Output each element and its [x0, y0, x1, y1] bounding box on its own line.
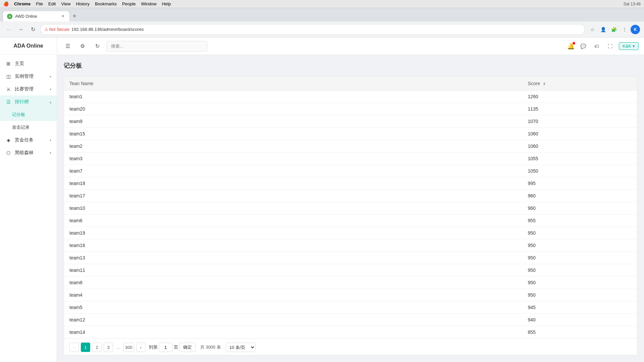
- notification-dot: [573, 42, 575, 45]
- table-row: team7 1050: [64, 165, 637, 177]
- profile-icon[interactable]: 👤: [598, 25, 608, 34]
- menu-bookmarks[interactable]: Bookmarks: [95, 1, 117, 6]
- sidebar-label-home: 主页: [15, 61, 24, 67]
- table-row: team14 855: [64, 326, 637, 339]
- page-button-1[interactable]: 1: [81, 343, 90, 352]
- sidebar-item-contest[interactable]: ⚔ 比赛管理 ▾: [0, 83, 57, 96]
- bounty-icon: ◈: [5, 137, 11, 143]
- cell-teamname: team10: [64, 202, 522, 215]
- chevron-down-icon-2: ▾: [50, 87, 51, 91]
- chevron-up-icon: ▴: [50, 100, 51, 104]
- forward-button[interactable]: →: [16, 25, 25, 34]
- chevron-down-icon-3: ▾: [50, 138, 51, 142]
- address-bar[interactable]: ⚠ Not Secure 192.168.86.136/admin#/board…: [40, 24, 585, 35]
- page-goto-input[interactable]: [159, 343, 172, 352]
- refresh-button[interactable]: ↻: [28, 25, 38, 34]
- sidebar-item-instance[interactable]: ◫ 实例管理 ▾: [0, 70, 57, 83]
- page-button-last[interactable]: 300: [123, 343, 134, 352]
- extension-icon[interactable]: 🧩: [609, 25, 619, 34]
- tab-favicon: A: [7, 14, 12, 19]
- profile-button[interactable]: K: [631, 25, 640, 34]
- active-tab[interactable]: A AWD Online ✕: [3, 11, 70, 21]
- sidebar-item-home[interactable]: ⊞ 主页: [0, 57, 57, 70]
- cell-score: 950: [522, 239, 637, 252]
- cell-score: 955: [522, 215, 637, 227]
- tab-close-button[interactable]: ✕: [60, 14, 65, 19]
- cell-teamname: team18: [64, 177, 522, 190]
- back-button[interactable]: ←: [4, 25, 13, 34]
- cell-teamname: team17: [64, 190, 522, 202]
- darkforest-icon: ⬡: [5, 150, 11, 156]
- sidebar-item-darkforest[interactable]: ⬡ 黑暗森林 ▾: [0, 146, 57, 159]
- sidebar-item-ranking[interactable]: ☰ 排行榜 ▴: [0, 96, 57, 108]
- cell-teamname: team12: [64, 314, 522, 326]
- more-icon[interactable]: ⋮: [620, 25, 629, 34]
- menu-people[interactable]: People: [122, 1, 136, 6]
- sidebar-item-bounty[interactable]: ◈ 赏金任务 ▾: [0, 134, 57, 146]
- cell-teamname: team3: [64, 153, 522, 165]
- user-badge-arrow: ▾: [633, 44, 635, 49]
- app-container: ADA Online ⊞ 主页 ◫ 实例管理 ▾ ⚔ 比赛管理 ▾ ☰ 排行: [0, 38, 644, 362]
- goto-label: 到第: [149, 344, 158, 350]
- cell-teamname: team4: [64, 289, 522, 301]
- menu-history[interactable]: History: [76, 1, 89, 6]
- fullscreen-icon[interactable]: ⛶: [605, 42, 615, 51]
- menu-toggle-button[interactable]: ☰: [62, 41, 73, 52]
- pagination: ‹ 1 2 3 ... 300 › 到第 页 确定 共 3000 条 1: [64, 338, 637, 355]
- lock-icon: ⚠: [45, 27, 48, 32]
- sidebar-label-ranking: 排行榜: [15, 99, 29, 105]
- cell-score: 950: [522, 264, 637, 277]
- page-confirm-button[interactable]: 确定: [179, 343, 196, 352]
- cell-teamname: team14: [64, 326, 522, 339]
- table-row: team3 1055: [64, 153, 637, 165]
- url-text: 192.168.86.136/admin#/board/scores: [71, 27, 581, 32]
- menu-view[interactable]: View: [61, 1, 70, 6]
- cell-score: 1055: [522, 153, 637, 165]
- menu-chrome[interactable]: Chrome: [14, 1, 31, 6]
- menu-edit[interactable]: Edit: [48, 1, 56, 6]
- cell-score: 950: [522, 277, 637, 289]
- table-row: team4 950: [64, 289, 637, 301]
- chat-icon[interactable]: 💬: [579, 42, 588, 51]
- bookmark-icon[interactable]: ☆: [588, 25, 597, 34]
- page-button-2[interactable]: 2: [92, 343, 102, 352]
- menu-help[interactable]: Help: [162, 1, 171, 6]
- menu-window[interactable]: Window: [141, 1, 156, 6]
- instance-icon: ◫: [5, 74, 11, 79]
- cell-score: 995: [522, 177, 637, 190]
- search-input[interactable]: [107, 41, 207, 52]
- table-row: team5 945: [64, 301, 637, 314]
- table-row: team20 1135: [64, 103, 637, 115]
- chrome-toolbar-icons: ☆ 👤 🧩 ⋮ K: [588, 25, 640, 34]
- cell-score: 950: [522, 227, 637, 239]
- user-badge-label: K&K: [623, 44, 631, 49]
- sidebar-label-contest: 比赛管理: [15, 86, 34, 92]
- page-title: 记分板: [64, 62, 637, 70]
- cell-teamname: team9: [64, 115, 522, 128]
- chrome-addressbar: ← → ↻ ⚠ Not Secure 192.168.86.136/admin#…: [0, 21, 644, 38]
- settings-button[interactable]: ⚙: [77, 41, 88, 52]
- new-tab-button[interactable]: +: [70, 11, 79, 21]
- table-row: team13 950: [64, 252, 637, 264]
- table-row: team10 960: [64, 202, 637, 215]
- user-badge[interactable]: K&K ▾: [619, 42, 639, 50]
- apple-icon[interactable]: 🍎: [3, 1, 9, 6]
- page-button-3[interactable]: 3: [104, 343, 113, 352]
- sidebar-item-scoreboard[interactable]: 记分板: [0, 108, 57, 121]
- cell-teamname: team2: [64, 140, 522, 153]
- page-size-select[interactable]: 10 条/页 20 条/页 50 条/页 100 条/页: [226, 343, 256, 352]
- tag-icon[interactable]: 🏷: [592, 42, 601, 51]
- prev-page-button[interactable]: ‹: [69, 343, 79, 352]
- chrome-tabbar: A AWD Online ✕ +: [0, 8, 644, 21]
- refresh-data-button[interactable]: ↻: [92, 41, 103, 52]
- page-unit: 页: [174, 344, 178, 350]
- next-page-button[interactable]: ›: [136, 343, 146, 352]
- cell-teamname: team16: [64, 239, 522, 252]
- col-header-score[interactable]: Score ⬍: [522, 77, 637, 90]
- menu-file[interactable]: File: [36, 1, 43, 6]
- sidebar-item-attacklog[interactable]: 攻击记录: [0, 121, 57, 134]
- notification-icon[interactable]: 🔔: [567, 43, 575, 50]
- cell-score: 1070: [522, 115, 637, 128]
- cell-score: 945: [522, 301, 637, 314]
- chevron-down-icon-4: ▾: [50, 151, 51, 155]
